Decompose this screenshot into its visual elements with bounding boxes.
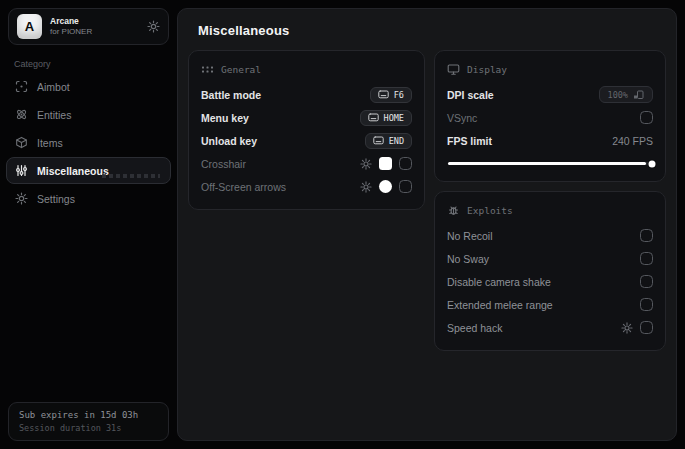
sliders-icon: [15, 164, 28, 177]
keyboard-icon: [373, 136, 384, 145]
offscreen-arrows-settings-gear-icon[interactable]: [360, 181, 372, 193]
crosshair-row: Crosshair: [201, 152, 412, 175]
disable-camera-shake-checkbox[interactable]: [640, 275, 653, 288]
disable-camera-shake-row: Disable camera shake: [447, 270, 653, 293]
general-card-title: General: [221, 64, 261, 75]
no-recoil-label: No Recoil: [447, 230, 640, 242]
sidebar-item-aimbot[interactable]: Aimbot: [6, 73, 171, 100]
keyboard-icon: [368, 113, 379, 122]
crosshair-checkbox[interactable]: [399, 157, 412, 170]
sidebar: A Arcane for PIONER Category: [0, 0, 177, 449]
sidebar-nav: Aimbot Entities: [8, 73, 169, 213]
atom-icon: [15, 108, 28, 121]
offscreen-arrows-row: Off-Screen arrows: [201, 175, 412, 198]
subscription-info-card: Sub expires in 15d 03h Session duration …: [8, 402, 169, 441]
settings-columns: General Battle mode F6: [188, 50, 666, 351]
dpi-scale-label: DPI scale: [447, 89, 599, 101]
exploits-card: Exploits No Recoil No Sway Disable camer…: [434, 191, 666, 351]
app-subtitle: for PIONER: [50, 27, 139, 36]
app-titles: Arcane for PIONER: [50, 17, 139, 36]
exploits-card-header: Exploits: [447, 204, 653, 217]
unload-key-row: Unload key END: [201, 129, 412, 152]
package-icon: [15, 136, 28, 149]
crosshair-color-swatch[interactable]: [379, 157, 392, 170]
left-column: General Battle mode F6: [188, 50, 425, 210]
battle-mode-keybind[interactable]: F6: [370, 87, 412, 103]
battle-mode-row: Battle mode F6: [201, 83, 412, 106]
dpi-scale-select[interactable]: 100%: [599, 86, 653, 103]
no-sway-row: No Sway: [447, 247, 653, 270]
app-logo: A: [17, 14, 42, 39]
sidebar-item-label: Entities: [37, 109, 71, 121]
monitor-icon: [447, 63, 460, 76]
menu-key-label: Menu key: [201, 112, 360, 124]
speed-hack-settings-gear-icon[interactable]: [621, 322, 633, 334]
header-gear-icon[interactable]: [147, 20, 160, 33]
dpi-scale-row: DPI scale 100%: [447, 83, 653, 106]
sidebar-item-settings[interactable]: Settings: [6, 185, 171, 212]
offscreen-arrows-label: Off-Screen arrows: [201, 181, 360, 193]
general-card-header: General: [201, 63, 412, 76]
fps-slider-fill: [448, 162, 646, 166]
offscreen-arrows-checkbox[interactable]: [399, 180, 412, 193]
dpi-scale-value: 100%: [608, 90, 628, 100]
sidebar-item-label: Miscellaneous: [37, 165, 109, 177]
no-sway-label: No Sway: [447, 253, 640, 265]
crosshair-label: Crosshair: [201, 158, 360, 170]
page-title: Miscellaneous: [198, 23, 666, 38]
fps-limit-label: FPS limit: [447, 135, 612, 147]
speed-hack-row: Speed hack: [447, 316, 653, 339]
menu-key-key: HOME: [384, 113, 404, 123]
vsync-checkbox[interactable]: [640, 111, 653, 124]
gear-icon: [15, 192, 28, 205]
sub-expiry-text: Sub expires in 15d 03h: [19, 410, 158, 420]
sidebar-item-label: Settings: [37, 193, 75, 205]
session-duration-text: Session duration 31s: [19, 423, 158, 433]
app-window: A Arcane for PIONER Category: [0, 0, 685, 449]
display-card-title: Display: [467, 64, 507, 75]
unload-key-key: END: [389, 136, 404, 146]
sidebar-header: A Arcane for PIONER: [8, 8, 169, 45]
offscreen-arrows-color-swatch[interactable]: [379, 180, 392, 193]
menu-key-row: Menu key HOME: [201, 106, 412, 129]
slider-track: [448, 162, 652, 166]
bug-icon: [447, 204, 460, 217]
sidebar-item-items[interactable]: Items: [6, 129, 171, 156]
main-panel: Miscellaneous General: [177, 8, 677, 441]
sidebar-item-miscellaneous[interactable]: Miscellaneous: [6, 157, 171, 184]
fps-limit-slider[interactable]: [448, 159, 652, 168]
slider-knob[interactable]: [649, 160, 656, 167]
speed-hack-checkbox[interactable]: [640, 321, 653, 334]
speed-hack-label: Speed hack: [447, 322, 621, 334]
exploits-card-title: Exploits: [467, 205, 513, 216]
fps-limit-row: FPS limit 240 FPS: [447, 129, 653, 152]
extended-melee-range-label: Extended melee range: [447, 299, 640, 311]
keyboard-grid-icon: [201, 63, 214, 76]
keyboard-icon: [378, 90, 389, 99]
crosshair-scan-icon: [15, 80, 28, 93]
vsync-row: VSync: [447, 106, 653, 129]
menu-key-keybind[interactable]: HOME: [360, 110, 412, 126]
crosshair-settings-gear-icon[interactable]: [360, 158, 372, 170]
no-recoil-checkbox[interactable]: [640, 229, 653, 242]
general-card: General Battle mode F6: [188, 50, 425, 210]
scale-resize-icon: [633, 90, 644, 100]
sidebar-item-label: Items: [37, 137, 63, 149]
no-recoil-row: No Recoil: [447, 224, 653, 247]
vsync-label: VSync: [447, 112, 640, 124]
display-card-header: Display: [447, 63, 653, 76]
fps-limit-value: 240 FPS: [612, 135, 653, 147]
disable-camera-shake-label: Disable camera shake: [447, 276, 640, 288]
extended-melee-range-checkbox[interactable]: [640, 298, 653, 311]
battle-mode-key: F6: [394, 90, 404, 100]
unload-key-keybind[interactable]: END: [365, 133, 412, 149]
sidebar-item-entities[interactable]: Entities: [6, 101, 171, 128]
extended-melee-range-row: Extended melee range: [447, 293, 653, 316]
app-name: Arcane: [50, 17, 139, 27]
battle-mode-label: Battle mode: [201, 89, 370, 101]
sidebar-item-label: Aimbot: [37, 81, 70, 93]
display-card: Display DPI scale 100%: [434, 50, 666, 182]
right-column: Display DPI scale 100%: [434, 50, 666, 351]
unload-key-label: Unload key: [201, 135, 365, 147]
no-sway-checkbox[interactable]: [640, 252, 653, 265]
